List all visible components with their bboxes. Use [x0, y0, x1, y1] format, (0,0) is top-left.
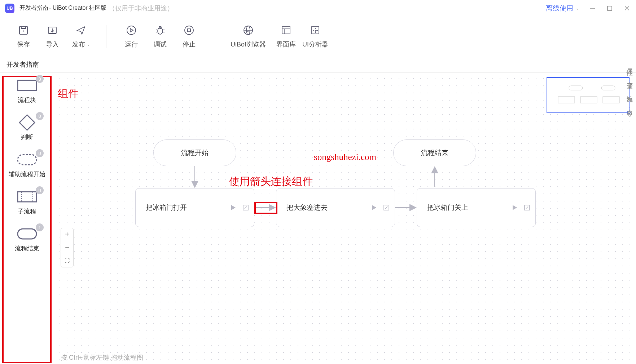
badge-count: 3 [36, 75, 44, 83]
component-decision[interactable]: 0 判断 [4, 115, 50, 141]
maximize-button[interactable] [606, 4, 614, 12]
minimap-resize-handle[interactable] [627, 111, 631, 114]
stop-icon [183, 24, 195, 36]
close-button[interactable] [623, 4, 631, 12]
svg-rect-19 [18, 80, 36, 90]
svg-text:UB: UB [246, 29, 250, 32]
annotation-highlight-arrow [254, 202, 277, 214]
node-step2[interactable]: 把大象塞进去 [276, 188, 395, 227]
minimap[interactable] [547, 77, 630, 113]
svg-rect-20 [18, 155, 36, 165]
bug-icon [154, 24, 166, 36]
component-label: 流程块 [18, 96, 36, 104]
badge-count: 0 [36, 112, 44, 120]
offline-label: 离线使用 [546, 4, 573, 13]
diamond-icon [16, 115, 38, 130]
debug-button[interactable]: 调试 [148, 24, 173, 49]
node-label: 流程开始 [181, 148, 209, 157]
run-label: 运行 [125, 40, 138, 49]
run-icon [125, 24, 137, 36]
save-icon [17, 24, 30, 36]
app-logo: UB [5, 4, 14, 13]
import-button[interactable]: 导入 [40, 24, 65, 49]
edit-icon[interactable] [383, 204, 390, 211]
zoom-fit-button[interactable]: ⛶ [61, 254, 73, 267]
rail-flow[interactable]: 流程 [626, 91, 634, 94]
svg-point-7 [159, 26, 161, 28]
uilib-button[interactable]: 界面库 [273, 24, 299, 49]
node-step3[interactable]: 把冰箱门关上 [417, 188, 536, 227]
play-icon[interactable] [230, 204, 237, 211]
svg-rect-32 [569, 86, 583, 90]
node-start[interactable]: 流程开始 [153, 139, 236, 166]
component-label: 判断 [21, 133, 33, 141]
browser-button[interactable]: UB UiBot浏览器 [227, 24, 270, 49]
minimize-button[interactable] [588, 4, 596, 12]
svg-rect-35 [580, 97, 597, 103]
svg-rect-9 [188, 29, 190, 32]
edit-icon[interactable] [242, 204, 249, 211]
component-auxstart[interactable]: 0 辅助流程开始 [4, 152, 50, 178]
tab-strip: 开发者指南 [0, 56, 636, 73]
rail-properties[interactable]: 属性 [626, 63, 634, 66]
badge-count: 0 [36, 149, 44, 157]
globe-icon: UB [242, 24, 254, 36]
watermark: songshuhezi.com [314, 152, 376, 162]
edit-icon[interactable] [524, 204, 530, 211]
app-title: - UiBot Creator 社区版 [49, 4, 106, 12]
node-end[interactable]: 流程结束 [393, 139, 476, 166]
svg-rect-14 [282, 27, 290, 34]
svg-point-8 [185, 26, 193, 35]
target-icon [309, 24, 321, 36]
title-note: （仅用于非商业用途） [109, 4, 174, 13]
publish-icon [75, 24, 87, 36]
stop-button[interactable]: 停止 [176, 24, 202, 49]
stop-label: 停止 [183, 40, 196, 49]
node-label: 把大象塞进去 [286, 203, 328, 212]
annotation-components: 组件 [58, 86, 79, 101]
subflow-icon [16, 189, 38, 204]
play-icon[interactable] [371, 204, 377, 211]
rail-commands[interactable]: 命令 [626, 105, 634, 107]
offline-button[interactable]: 离线使用 ⌄ [546, 4, 579, 13]
stadium-dashed-icon [16, 152, 38, 167]
flow-canvas[interactable]: 流程开始 流程结束 把冰箱门打开 把大象塞进去 把冰箱门关上 [54, 73, 636, 364]
save-label: 保存 [17, 40, 30, 49]
rail-variables[interactable]: 变量 [626, 77, 634, 80]
component-subflow[interactable]: 0 子流程 [4, 189, 50, 216]
analyzer-button[interactable]: UI分析器 [302, 24, 328, 49]
toolbar-separator [214, 25, 214, 48]
zoom-in-button[interactable]: + [61, 228, 73, 241]
annotation-arrows: 使用箭头连接组件 [229, 174, 313, 189]
right-rail: 属性 变量 流程 命令 [624, 56, 636, 107]
chevron-down-icon: ⌄ [575, 6, 579, 11]
svg-rect-34 [558, 97, 575, 103]
save-button[interactable]: 保存 [11, 24, 36, 49]
import-label: 导入 [46, 40, 59, 49]
svg-rect-36 [603, 97, 619, 103]
component-label: 子流程 [18, 207, 36, 216]
analyzer-label: UI分析器 [302, 40, 328, 49]
svg-rect-33 [601, 86, 615, 90]
svg-rect-1 [608, 6, 612, 10]
play-icon[interactable] [512, 204, 518, 211]
publish-button[interactable]: 发布⌄ [69, 24, 94, 49]
component-end[interactable]: 1 流程结束 [4, 226, 50, 253]
import-icon [46, 24, 58, 36]
node-label: 流程结束 [421, 148, 448, 157]
canvas-hint: 按 Ctrl+鼠标左键 拖动流程图 [61, 353, 143, 362]
node-step1[interactable]: 把冰箱门打开 [135, 188, 254, 227]
svg-rect-24 [18, 229, 36, 239]
debug-label: 调试 [154, 40, 167, 49]
main-toolbar: 保存 导入 发布⌄ 运行 调试 停止 UB UiBot浏览器 界面库 UI分析器 [0, 17, 636, 56]
badge-count: 1 [36, 223, 44, 231]
toolbar-separator [106, 25, 106, 48]
tab-devguide[interactable]: 开发者指南 [6, 60, 39, 69]
component-label: 辅助流程开始 [9, 170, 45, 178]
component-block[interactable]: 3 流程块 [4, 78, 50, 104]
uilib-label: 界面库 [276, 40, 296, 49]
run-button[interactable]: 运行 [119, 24, 144, 49]
node-label: 把冰箱门关上 [427, 203, 468, 212]
zoom-out-button[interactable]: − [61, 241, 73, 254]
svg-point-5 [127, 26, 136, 35]
